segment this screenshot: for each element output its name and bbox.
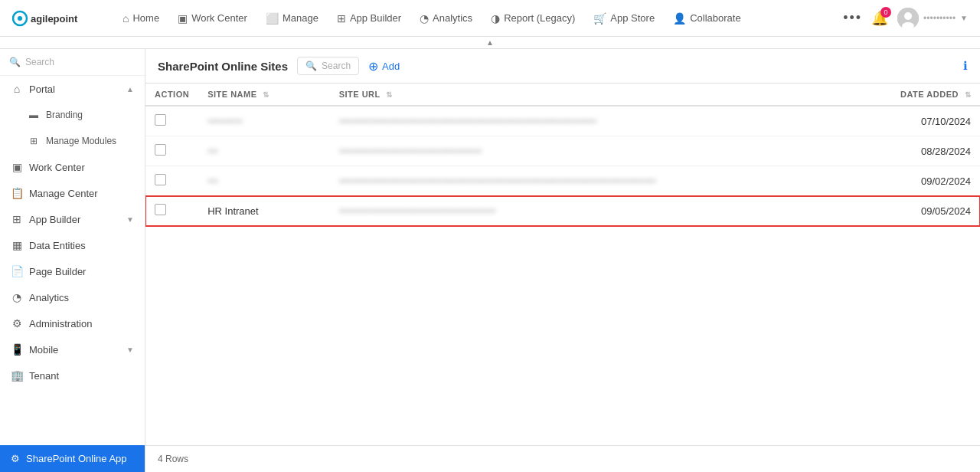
sidebar-item-page-builder[interactable]: 📄 Page Builder: [0, 258, 145, 284]
sidebar: 🔍 Search ⌂ Portal ▲ ▬ Branding ⊞ Manage …: [0, 49, 145, 472]
sidebar-administration-label: Administration: [29, 318, 92, 329]
chevron-down-icon: ▼: [126, 346, 134, 354]
sharepoint-online-app-button[interactable]: ⚙ SharePoint Online App: [0, 445, 145, 472]
table-footer: 4 Rows: [145, 445, 980, 472]
sidebar-item-manage-modules[interactable]: ⊞ Manage Modules: [0, 128, 145, 154]
nav-home-label: Home: [132, 12, 159, 24]
data-entities-icon: ▦: [11, 239, 23, 251]
column-header-action: ACTION: [145, 84, 198, 106]
logo[interactable]: agilepoint: [12, 7, 96, 30]
site-url-cell: ••••••••••••••••••••••••••••••••••••••••…: [330, 196, 880, 226]
site-name-value: •••: [207, 175, 218, 187]
nav-analytics-label: Analytics: [433, 12, 472, 24]
collaborate-icon: 👤: [673, 12, 686, 25]
nav-app-store-label: App Store: [610, 12, 655, 24]
row-checkbox-cell[interactable]: [145, 196, 198, 226]
site-name-value: ••••••••••: [207, 116, 243, 127]
sidebar-item-mobile[interactable]: 📱 Mobile ▼: [0, 336, 145, 362]
site-name-value: •••: [207, 146, 218, 157]
content-area: SharePoint Online Sites 🔍 Search ⊕ Add ℹ…: [145, 49, 980, 472]
row-checkbox[interactable]: [155, 144, 166, 156]
site-url-cell: ••••••••••••••••••••••••••••••••••••••••…: [330, 136, 880, 166]
nav-analytics[interactable]: ◔ Analytics: [412, 8, 480, 29]
sidebar-item-app-builder[interactable]: ⊞ App Builder ▼: [0, 206, 145, 232]
sidebar-search[interactable]: 🔍 Search: [0, 49, 145, 76]
data-table-container: ACTION SITE NAME ⇅ SITE URL ⇅ DATE ADDED: [145, 84, 980, 445]
home-icon: ⌂: [122, 12, 129, 25]
nav-work-center-label: Work Center: [191, 12, 247, 24]
table-row-selected: HR Intranet ••••••••••••••••••••••••••••…: [145, 196, 980, 226]
svg-text:agilepoint: agilepoint: [31, 13, 78, 25]
chart-icon: ◔: [420, 12, 429, 25]
column-header-site-url[interactable]: SITE URL ⇅: [330, 84, 880, 106]
site-url-value: ••••••••••••••••••••••••••••••••••••••••…: [339, 146, 482, 157]
table-row: ••• ••••••••••••••••••••••••••••••••••••…: [145, 136, 980, 166]
username-label: ••••••••••: [923, 13, 956, 24]
row-checkbox[interactable]: [155, 174, 166, 185]
manage-center-icon: 📋: [11, 187, 23, 199]
sidebar-page-builder-label: Page Builder: [29, 266, 86, 277]
user-menu[interactable]: •••••••••• ▼: [897, 8, 968, 29]
notification-bell[interactable]: 🔔 0: [871, 10, 888, 27]
row-checkbox[interactable]: [155, 204, 166, 215]
sidebar-data-entities-label: Data Entities: [29, 240, 86, 251]
nav-collaborate[interactable]: 👤 Collaborate: [665, 8, 749, 29]
sharepoint-online-app-label: SharePoint Online App: [26, 453, 127, 464]
sidebar-item-portal[interactable]: ⌂ Portal ▲: [0, 76, 145, 102]
nav-app-builder[interactable]: ⊞ App Builder: [329, 8, 409, 29]
collapse-bar[interactable]: ▲: [0, 37, 980, 49]
sidebar-branding-label: Branding: [46, 110, 83, 120]
site-name-cell: ••••••••••: [198, 106, 330, 136]
more-button[interactable]: •••: [843, 10, 862, 26]
sidebar-item-data-entities[interactable]: ▦ Data Entities: [0, 232, 145, 258]
column-header-site-name[interactable]: SITE NAME ⇅: [198, 84, 330, 106]
page-builder-icon: 📄: [11, 265, 23, 277]
nav-work-center[interactable]: ▣ Work Center: [170, 8, 255, 29]
info-icon[interactable]: ℹ: [963, 59, 968, 73]
sidebar-item-tenant[interactable]: 🏢 Tenant: [0, 362, 145, 388]
column-header-date-added[interactable]: DATE ADDED ⇅: [880, 84, 980, 106]
top-navigation: agilepoint ⌂ Home ▣ Work Center ⬜ Manage…: [0, 0, 980, 37]
search-icon: 🔍: [9, 57, 21, 67]
date-added-cell: 08/28/2024: [880, 136, 980, 166]
row-checkbox-cell[interactable]: [145, 106, 198, 136]
nav-items: ⌂ Home ▣ Work Center ⬜ Manage ⊞ App Buil…: [115, 8, 843, 29]
row-count-label: 4 Rows: [158, 454, 188, 464]
administration-icon: ⚙: [11, 317, 23, 329]
monitor-icon: ▣: [178, 12, 188, 25]
date-added-value: 07/10/2024: [921, 116, 971, 127]
analytics-icon: ◔: [11, 291, 23, 303]
sidebar-item-branding[interactable]: ▬ Branding: [0, 102, 145, 128]
row-checkbox-cell[interactable]: [145, 166, 198, 196]
nav-report-legacy[interactable]: ◑ Report (Legacy): [483, 8, 583, 29]
sites-table: ACTION SITE NAME ⇅ SITE URL ⇅ DATE ADDED: [145, 84, 980, 226]
site-url-value: ••••••••••••••••••••••••••••••••••••••••…: [339, 175, 656, 187]
row-checkbox[interactable]: [155, 114, 166, 126]
add-button[interactable]: ⊕ Add: [368, 59, 400, 74]
user-dropdown-icon: ▼: [960, 14, 968, 22]
store-icon: 🛒: [593, 12, 606, 25]
date-added-value: 09/02/2024: [921, 175, 971, 187]
table-row: ••• ••••••••••••••••••••••••••••••••••••…: [145, 166, 980, 196]
content-search[interactable]: 🔍 Search: [297, 57, 359, 75]
site-name-cell: •••: [198, 136, 330, 166]
grid-icon: ⊞: [337, 12, 346, 25]
nav-report-legacy-label: Report (Legacy): [504, 12, 575, 24]
site-url-value: ••••••••••••••••••••••••••••••••••••••••…: [339, 205, 496, 217]
sidebar-item-analytics[interactable]: ◔ Analytics: [0, 284, 145, 310]
nav-manage[interactable]: ⬜ Manage: [258, 8, 326, 29]
site-url-cell: ••••••••••••••••••••••••••••••••••••••••…: [330, 166, 880, 196]
sidebar-item-administration[interactable]: ⚙ Administration: [0, 310, 145, 336]
sidebar-mobile-label: Mobile: [29, 344, 58, 356]
sidebar-item-work-center[interactable]: ▣ Work Center: [0, 154, 145, 180]
nav-app-store[interactable]: 🛒 App Store: [586, 8, 662, 29]
row-checkbox-cell[interactable]: [145, 136, 198, 166]
nav-right: ••• 🔔 0 •••••••••• ▼: [843, 8, 968, 29]
content-header: SharePoint Online Sites 🔍 Search ⊕ Add ℹ: [145, 49, 980, 84]
notification-badge: 0: [880, 7, 891, 18]
nav-collaborate-label: Collaborate: [690, 12, 741, 24]
table-row: •••••••••• •••••••••••••••••••••••••••••…: [145, 106, 980, 136]
nav-home[interactable]: ⌂ Home: [115, 8, 167, 29]
sidebar-item-manage-center[interactable]: 📋 Manage Center: [0, 180, 145, 206]
add-button-label: Add: [382, 61, 400, 72]
